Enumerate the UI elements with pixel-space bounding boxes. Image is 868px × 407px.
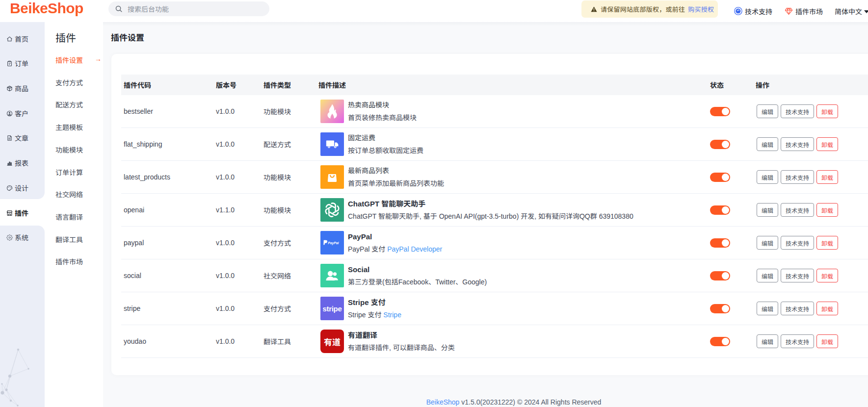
svg-text:PayPal: PayPal [328, 241, 339, 245]
